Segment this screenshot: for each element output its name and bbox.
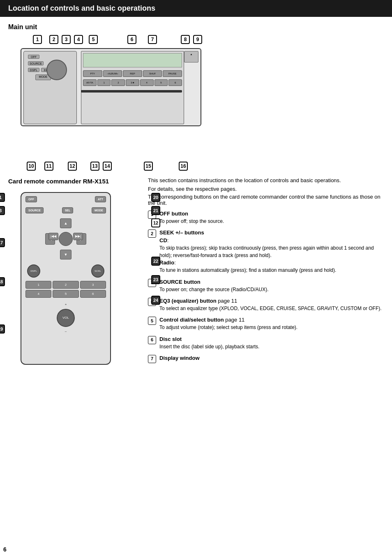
remote-preset-4[interactable]: 4	[25, 290, 51, 298]
rep-btn: REP	[123, 70, 142, 77]
badge-16: 16	[179, 162, 188, 171]
dspl-button-unit: DSPL	[28, 68, 39, 72]
remote-preset-1[interactable]: 1	[25, 281, 51, 289]
remote-sel-btn[interactable]: SEL	[62, 207, 74, 213]
remote-knob-row: DSPL SCRL	[21, 263, 110, 279]
desc-content-1: OFF button To power off; stop the source…	[159, 210, 384, 225]
desc-title-5: Control dial/select button	[159, 317, 224, 323]
right-column: This section contains instructions on th…	[148, 177, 384, 367]
dpad: ▲ ▼ ◀ ▶ |◀◀ ▶▶|	[45, 218, 86, 259]
dpad-prev[interactable]: |◀◀	[48, 233, 58, 240]
remote-badge-1: 1	[0, 193, 5, 202]
remote-scrl-knob[interactable]: SCRL	[91, 264, 104, 278]
display-window-unit	[83, 53, 182, 67]
desc-content-6: Disc slot Insert the disc (label side up…	[159, 336, 384, 350]
page-number: 6	[3, 546, 7, 553]
off-button-unit: OFF	[28, 55, 39, 59]
remote-badge-3: 3	[0, 206, 5, 215]
preset-grid: 1 2 3 4 5 6	[21, 279, 110, 299]
desc-badge-6: 6	[148, 336, 156, 344]
unit-body: OFF SOURCE DSPL EQ3 MODE PTY –ALBUM+ REP…	[21, 48, 201, 126]
dpad-up[interactable]: ▲	[60, 218, 71, 228]
desc-content-5: Control dial/select button page 11 To ad…	[159, 316, 384, 331]
desc-item-3: 3 SOURCE button To power on; change the …	[148, 278, 384, 293]
remote-mid-row: SOURCE SEL MODE	[21, 206, 110, 215]
badge-13: 13	[90, 162, 99, 171]
main-unit-diagram: 1 2 3 4 5 6 7 8 9 OFF SOURCE DSPL EQ3 MO…	[8, 35, 218, 171]
desc-title-2: SEEK +/– buttons	[159, 229, 204, 236]
desc-badge-5: 5	[148, 317, 156, 325]
desc-page-5: page 11	[225, 317, 244, 323]
preset-3: 3★	[126, 79, 139, 86]
source-button-unit: SOURCE	[28, 61, 44, 65]
desc-item-7: 7 Display window	[148, 354, 384, 363]
remote-preset-5[interactable]: 5	[53, 290, 78, 298]
header-title: Location of controls and basic operation…	[8, 4, 155, 12]
preset-1: 1	[97, 79, 111, 86]
desc-item-6: 6 Disc slot Insert the disc (label side …	[148, 336, 384, 350]
desc-badge-2: 2	[148, 229, 156, 238]
badge-9: 9	[193, 35, 202, 44]
desc-text-4: To select an equalizer type (XPLOD, VOCA…	[159, 306, 382, 311]
remote-mode-btn[interactable]: MODE	[92, 207, 106, 213]
remote-badge-22: 22	[151, 257, 160, 266]
intro-text-1: This section contains instructions on th…	[148, 177, 384, 183]
desc-badge-7: 7	[148, 355, 156, 363]
remote-att-btn[interactable]: ATT	[95, 196, 106, 202]
badge-14: 14	[103, 162, 112, 171]
badge-3: 3	[62, 35, 71, 44]
remote-dspl-knob[interactable]: DSPL	[27, 264, 40, 278]
preset-4: 4	[140, 79, 154, 86]
badge-4: 4	[74, 35, 83, 44]
main-unit-title: Main unit	[8, 23, 384, 31]
badge-2: 2	[49, 35, 58, 44]
desc-text-2b: To tune in stations automatically (press…	[159, 267, 336, 273]
shuf-btn: SHUF	[143, 70, 162, 77]
desc-item-4: 4 EQ3 (equalizer) button page 11 To sele…	[148, 297, 384, 312]
desc-item-5: 5 Control dial/select button page 11 To …	[148, 316, 384, 331]
remote-wrapper: 1 3 17 18 19 20 21 12 22 23 24 OFF ATT	[8, 189, 148, 366]
badge-8: 8	[181, 35, 190, 44]
desc-page-4: page 11	[218, 298, 237, 304]
badge-1: 1	[33, 35, 42, 44]
preset-6: 6	[168, 79, 182, 86]
volume-knob[interactable]: VOL	[57, 309, 75, 327]
remote-preset-2[interactable]: 2	[53, 281, 78, 289]
desc-text-1: To power off; stop the source.	[159, 218, 224, 224]
badge-12: 12	[68, 162, 77, 171]
remote-badge-18: 18	[0, 277, 5, 286]
desc-sub-2-radio: Radio	[159, 259, 174, 266]
desc-sub-2-cd: CD	[159, 237, 167, 243]
left-column: Card remote commander RM-X151 1 3 17 18 …	[8, 177, 140, 367]
intro-text-2: For details, see the respective pages.	[148, 186, 384, 192]
unit-left-panel: OFF SOURCE DSPL EQ3 MODE	[23, 51, 77, 124]
desc-content-3: SOURCE button To power on; change the so…	[159, 278, 384, 293]
desc-title-6: Disc slot	[159, 336, 182, 342]
remote-badge-23: 23	[151, 275, 160, 284]
desc-item-1: 1 OFF button To power off; stop the sour…	[148, 210, 384, 225]
preset-2: 2	[111, 79, 125, 86]
badge-11: 11	[44, 162, 53, 171]
desc-title-4: EQ3 (equalizer) button	[159, 298, 217, 304]
remote-body: OFF ATT SOURCE SEL MODE ▲ ▼ ◀ ▶	[21, 192, 111, 365]
remote-preset-3[interactable]: 3	[80, 281, 106, 289]
dpad-center	[59, 232, 73, 246]
preset-af-ta: AF/TA	[83, 79, 97, 86]
desc-text-5: To adjust volume (rotate); select setup …	[159, 324, 297, 330]
desc-text-6: Insert the disc (label side up), playbac…	[159, 344, 259, 350]
remote-title: Card remote commander RM-X151	[8, 177, 140, 185]
eject-button: ▲	[184, 51, 198, 63]
badge-7: 7	[148, 35, 157, 44]
remote-badge-19: 19	[0, 324, 5, 334]
preset-5: 5	[154, 79, 168, 86]
dpad-down[interactable]: ▼	[60, 250, 71, 259]
description-list: 1 OFF button To power off; stop the sour…	[148, 210, 384, 363]
remote-badge-21: 21	[151, 206, 160, 215]
desc-content-7: Display window	[159, 354, 384, 362]
remote-source-btn[interactable]: SOURCE	[25, 207, 44, 213]
remote-badge-20: 20	[151, 193, 160, 202]
dpad-next[interactable]: ▶▶|	[73, 233, 83, 240]
remote-off-btn[interactable]: OFF	[25, 196, 37, 202]
desc-text-3: To power on; change the source (Radio/CD…	[159, 287, 268, 292]
remote-preset-6[interactable]: 6	[80, 290, 106, 298]
